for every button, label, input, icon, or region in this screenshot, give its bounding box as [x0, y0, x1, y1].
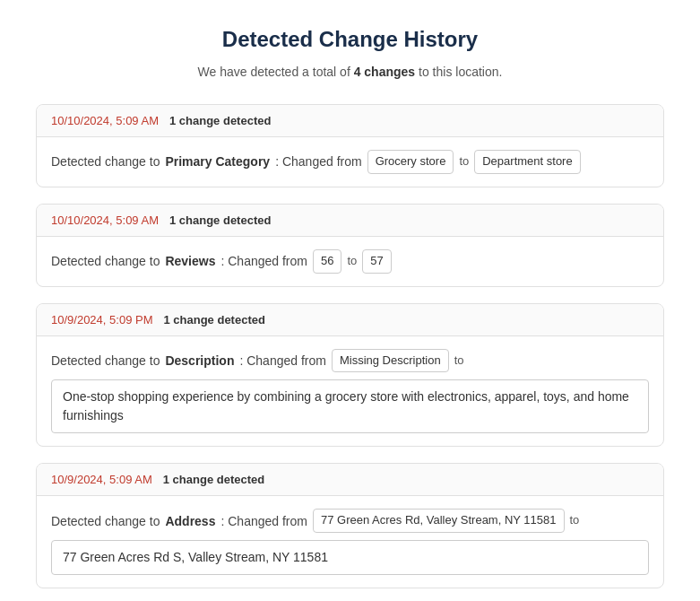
card-description-4: Detected change to Address: Changed from…: [51, 509, 649, 533]
card-body-1: Detected change to Primary Category: Cha…: [37, 137, 663, 187]
card-from-value-2: 56: [313, 249, 341, 274]
desc-prefix: Detected change to: [51, 351, 160, 370]
desc-prefix: Detected change to: [51, 152, 160, 171]
card-header-4: 10/9/2024, 5:09 AM1 change detected: [37, 464, 663, 496]
desc-arrow: to: [347, 252, 357, 271]
card-field-3: Description: [165, 351, 234, 370]
change-card-3: 10/9/2024, 5:09 PM1 change detectedDetec…: [36, 303, 664, 448]
card-to-value-2: 57: [362, 249, 391, 274]
card-from-value-3: Missing Description: [332, 349, 449, 373]
subtitle-suffix: to this location.: [415, 65, 502, 79]
card-to-value-1: Department store: [474, 150, 580, 174]
card-header-2: 10/10/2024, 5:09 AM1 change detected: [37, 205, 663, 237]
page-title: Detected Change History: [36, 27, 664, 52]
desc-mid: : Changed from: [220, 251, 307, 271]
card-description-3: Detected change to Description: Changed …: [51, 349, 649, 373]
card-description-2: Detected change to Reviews: Changed from…: [51, 249, 649, 274]
card-body-4: Detected change to Address: Changed from…: [37, 496, 663, 588]
card-field-1: Primary Category: [165, 152, 270, 171]
desc-arrow: to: [570, 511, 580, 530]
desc-prefix: Detected change to: [51, 511, 160, 531]
card-count-4: 1 change detected: [163, 473, 264, 486]
desc-mid: : Changed from: [220, 511, 307, 531]
card-header-3: 10/9/2024, 5:09 PM1 change detected: [37, 304, 663, 336]
card-description-1: Detected change to Primary Category: Cha…: [51, 150, 649, 174]
desc-mid: : Changed from: [239, 351, 326, 370]
card-new-value-block-3: One-stop shopping experience by combinin…: [51, 379, 649, 433]
card-date-1: 10/10/2024, 5:09 AM: [51, 114, 159, 127]
card-body-2: Detected change to Reviews: Changed from…: [37, 237, 663, 286]
subtitle-prefix: We have detected a total of: [198, 65, 354, 79]
card-new-value-block-4: 77 Green Acres Rd S, Valley Stream, NY 1…: [51, 540, 649, 575]
subtitle-count: 4 changes: [354, 65, 415, 79]
card-count-1: 1 change detected: [169, 114, 271, 127]
change-card-4: 10/9/2024, 5:09 AM1 change detectedDetec…: [36, 463, 664, 588]
card-field-4: Address: [165, 511, 215, 531]
card-count-3: 1 change detected: [163, 313, 264, 327]
card-date-2: 10/10/2024, 5:09 AM: [51, 213, 159, 227]
card-count-2: 1 change detected: [169, 213, 271, 227]
desc-prefix: Detected change to: [51, 251, 160, 271]
desc-arrow: to: [454, 352, 464, 370]
change-card-1: 10/10/2024, 5:09 AM1 change detectedDete…: [36, 104, 664, 187]
card-date-4: 10/9/2024, 5:09 AM: [51, 473, 152, 486]
card-from-value-4: 77 Green Acres Rd, Valley Stream, NY 115…: [313, 509, 565, 533]
change-card-2: 10/10/2024, 5:09 AM1 change detectedDete…: [36, 204, 664, 287]
card-from-value-1: Grocery store: [367, 150, 454, 174]
card-header-1: 10/10/2024, 5:09 AM1 change detected: [37, 105, 663, 137]
cards-container: 10/10/2024, 5:09 AM1 change detectedDete…: [36, 104, 664, 588]
desc-mid: : Changed from: [275, 152, 362, 171]
card-body-3: Detected change to Description: Changed …: [37, 336, 663, 447]
card-field-2: Reviews: [165, 251, 215, 271]
desc-arrow: to: [459, 152, 469, 171]
card-date-3: 10/9/2024, 5:09 PM: [51, 313, 152, 327]
subtitle: We have detected a total of 4 changes to…: [36, 65, 664, 79]
